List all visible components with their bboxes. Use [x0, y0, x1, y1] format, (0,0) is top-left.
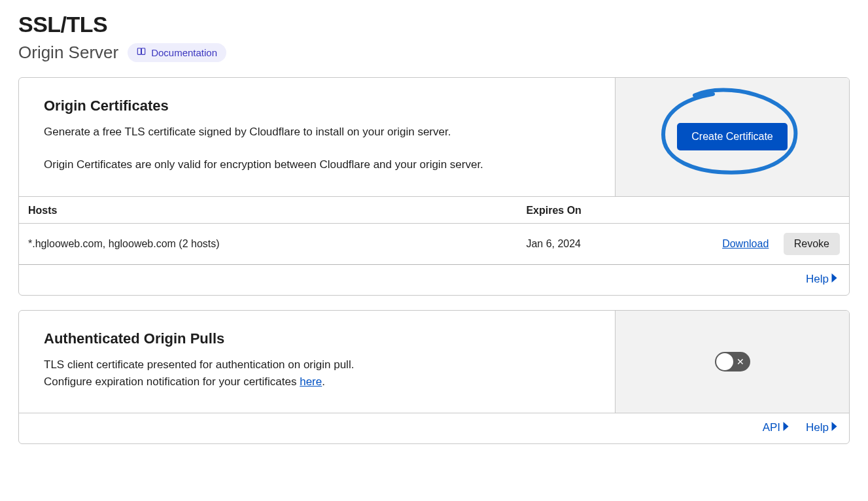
chevron-right-icon: [831, 273, 837, 286]
auth-pulls-toggle[interactable]: ✕: [715, 352, 750, 371]
book-icon: [137, 47, 146, 58]
help-link[interactable]: Help: [806, 421, 837, 434]
card-top: Authenticated Origin Pulls TLS client ce…: [19, 311, 849, 413]
table-row: *.hglooweb.com, hglooweb.com (2 hosts) J…: [19, 223, 849, 264]
auth-pulls-desc2-prefix: Configure expiration notification for yo…: [44, 375, 300, 388]
page-title: SSL/TLS: [18, 12, 107, 37]
config-expiration-link[interactable]: here: [300, 375, 322, 388]
help-link[interactable]: Help: [806, 273, 837, 286]
api-link[interactable]: API: [763, 421, 789, 434]
origin-certificates-title: Origin Certificates: [44, 97, 590, 114]
page-header: SSL/TLS Origin Server Documentation: [18, 12, 850, 63]
download-link[interactable]: Download: [722, 238, 769, 249]
auth-pulls-title: Authenticated Origin Pulls: [44, 330, 590, 347]
origin-certificates-card: Origin Certificates Generate a free TLS …: [18, 77, 850, 296]
table-header-row: Hosts Expires On: [19, 196, 849, 223]
cell-hosts: *.hglooweb.com, hglooweb.com (2 hosts): [19, 223, 517, 264]
certificates-table: Hosts Expires On *.hglooweb.com, hgloowe…: [19, 196, 849, 265]
chevron-right-icon: [783, 421, 789, 434]
toggle-knob: [716, 353, 733, 370]
auth-pulls-desc1: TLS client certificate presented for aut…: [44, 356, 590, 373]
help-label: Help: [806, 273, 829, 286]
create-certificate-button[interactable]: Create Certificate: [677, 123, 788, 150]
documentation-link[interactable]: Documentation: [128, 43, 226, 62]
subtitle-row: Origin Server Documentation: [18, 43, 226, 63]
help-label: Help: [806, 421, 829, 434]
col-expires: Expires On: [517, 196, 683, 223]
chevron-right-icon: [831, 421, 837, 434]
origin-certificates-desc2: Origin Certificates are only valid for e…: [44, 156, 590, 173]
card-body: Authenticated Origin Pulls TLS client ce…: [19, 311, 615, 413]
page-subtitle: Origin Server: [18, 43, 118, 63]
api-label: API: [763, 421, 780, 434]
card-action-panel: Create Certificate: [615, 78, 849, 196]
x-icon: ✕: [737, 357, 744, 366]
auth-pulls-desc2: Configure expiration notification for yo…: [44, 373, 590, 390]
card-footer: Help: [19, 265, 849, 295]
cell-expires: Jan 6, 2024: [517, 223, 683, 264]
svg-rect-1: [142, 48, 145, 55]
revoke-button[interactable]: Revoke: [784, 233, 840, 255]
origin-certificates-desc1: Generate a free TLS certificate signed b…: [44, 124, 590, 141]
svg-rect-0: [137, 48, 141, 55]
card-action-panel: ✕: [615, 311, 849, 413]
col-hosts: Hosts: [19, 196, 517, 223]
documentation-label: Documentation: [151, 47, 217, 58]
card-top: Origin Certificates Generate a free TLS …: [19, 78, 849, 196]
card-footer: API Help: [19, 413, 849, 443]
col-actions: [683, 196, 849, 223]
auth-origin-pulls-card: Authenticated Origin Pulls TLS client ce…: [18, 310, 850, 445]
card-body: Origin Certificates Generate a free TLS …: [19, 78, 615, 196]
auth-pulls-desc2-suffix: .: [322, 375, 325, 388]
cell-actions: Download Revoke: [683, 223, 849, 264]
